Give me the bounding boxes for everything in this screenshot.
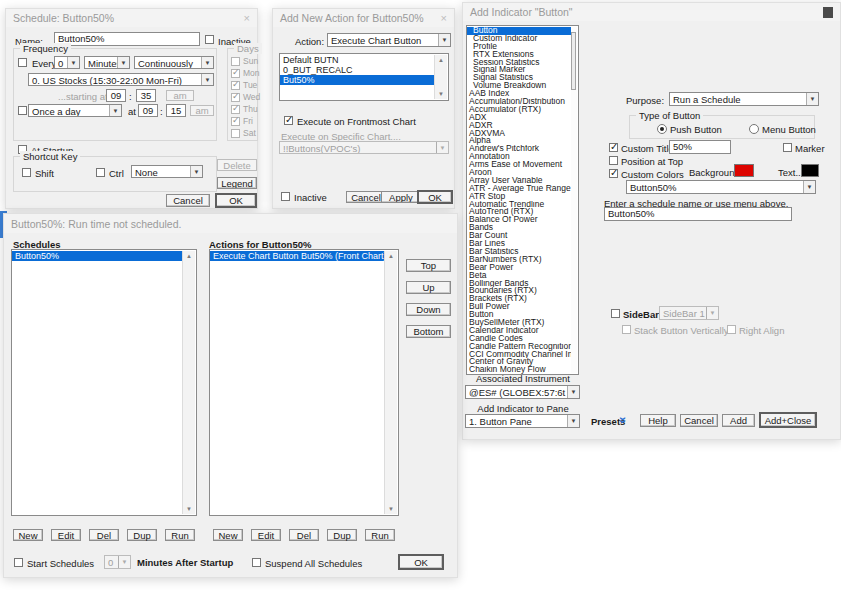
add-indicator-dialog-titlebar[interactable]: Add Indicator "Button" xyxy=(463,3,840,21)
once-minute-field[interactable]: 15 xyxy=(166,104,186,117)
indicator-item[interactable]: Andrew's Pitchfork xyxy=(467,145,571,153)
sidebar-dropdown[interactable]: SideBar 1▼ xyxy=(659,306,719,320)
indicator-item[interactable]: Beta xyxy=(467,272,571,280)
indicator-item[interactable]: Automatic Trendline xyxy=(467,201,571,209)
name-input[interactable]: Button50% xyxy=(54,32,200,46)
top-button[interactable]: Top xyxy=(406,259,451,272)
start-ampm-button[interactable]: am xyxy=(166,90,194,101)
indicator-item[interactable]: Arms Ease of Movement xyxy=(467,161,571,169)
schedules-edit-button[interactable]: Edit xyxy=(51,529,81,541)
once-hour-field[interactable]: 09 xyxy=(138,104,158,117)
custom-title-checkbox[interactable] xyxy=(609,143,618,152)
once-ampm-button[interactable]: am xyxy=(190,105,214,116)
presets-chevron-icon[interactable]: » xyxy=(617,417,629,424)
suspend-all-checkbox[interactable] xyxy=(252,558,261,567)
scrollbar[interactable]: ▲ ▼ xyxy=(182,251,195,514)
legend-button[interactable]: Legend xyxy=(217,177,257,189)
ctrl-checkbox[interactable] xyxy=(96,168,105,177)
indicator-item[interactable]: Custom Indicator xyxy=(467,35,571,43)
indicator-item[interactable]: AutoTrend (RTX) xyxy=(467,208,571,216)
schedules-run-button[interactable]: Run xyxy=(165,529,195,541)
associated-instrument-dropdown[interactable]: @ES# (GLOBEX:57:6t r:Can)▼ xyxy=(465,385,580,399)
once-a-day-dropdown[interactable]: Once a day▼ xyxy=(28,104,122,117)
add-action-dialog-titlebar[interactable]: Add New Action for Button50% × xyxy=(273,9,454,27)
scrollbar[interactable]: ▲ ▼ xyxy=(384,251,397,514)
indicator-item[interactable]: Array User Variable xyxy=(467,177,571,185)
schedule-name-input[interactable]: Button50% xyxy=(604,207,792,221)
background-color-swatch[interactable] xyxy=(734,164,754,177)
scroll-down-icon[interactable]: ▼ xyxy=(438,91,444,97)
indicator-item[interactable]: BuySellMeter (RTX) xyxy=(467,319,571,327)
help-button[interactable]: Help xyxy=(640,414,676,427)
close-icon[interactable]: × xyxy=(244,13,250,24)
indicator-item[interactable]: Boundaries (RTX) xyxy=(467,287,571,295)
indicator-item[interactable]: Profile xyxy=(467,43,571,51)
scrollbar[interactable]: ▲ ▼ xyxy=(434,55,447,99)
chart-button-item[interactable]: But50% xyxy=(280,75,434,85)
indicator-item[interactable]: Session Statistics xyxy=(467,59,571,67)
add-to-pane-dropdown[interactable]: 1. Button Pane▼ xyxy=(465,414,580,428)
indicator-item[interactable]: Bar Statistics xyxy=(467,248,571,256)
add-button[interactable]: Add xyxy=(722,414,755,427)
scrollbar-thumb[interactable] xyxy=(571,32,576,90)
indicator-item[interactable]: Volume Breakdown xyxy=(467,82,571,90)
indicator-item[interactable]: Bands xyxy=(467,224,571,232)
up-button[interactable]: Up xyxy=(406,281,451,294)
schedule-item[interactable]: Button50% xyxy=(12,251,182,261)
menu-button-radio[interactable] xyxy=(749,124,759,134)
minutes-dropdown[interactable]: 0▼ xyxy=(104,555,131,569)
schedules-window-titlebar[interactable]: Button50%: Run time not scheduled. xyxy=(4,214,457,233)
every-mode-dropdown[interactable]: Continuously▼ xyxy=(134,56,214,69)
close-icon[interactable]: × xyxy=(441,13,447,24)
indicator-item[interactable]: Aroon xyxy=(467,169,571,177)
custom-title-input[interactable]: 50% xyxy=(669,140,731,154)
frontmost-chart-checkbox[interactable] xyxy=(284,116,293,125)
actions-new-button[interactable]: New xyxy=(213,529,243,541)
cancel-button[interactable]: Cancel xyxy=(680,414,718,427)
ok-button[interactable]: OK xyxy=(216,194,256,207)
delete-button[interactable]: Delete xyxy=(217,159,257,171)
actions-del-button[interactable]: Del xyxy=(289,529,319,541)
ok-button[interactable]: OK xyxy=(399,555,443,569)
indicator-item[interactable]: ADXR xyxy=(467,122,571,130)
indicator-item[interactable]: Balance Of Power xyxy=(467,216,571,224)
scroll-down-icon[interactable]: ▼ xyxy=(388,506,394,512)
indicator-item[interactable]: Candle Codes xyxy=(467,335,571,343)
cancel-button[interactable]: Cancel xyxy=(346,191,386,203)
action-item[interactable]: Execute Chart Button But50% (Front Chart… xyxy=(210,251,384,261)
inactive-checkbox[interactable] xyxy=(205,35,214,44)
shift-checkbox[interactable] xyxy=(22,168,31,177)
actions-dup-button[interactable]: Dup xyxy=(327,529,357,541)
sidebar-checkbox[interactable] xyxy=(611,309,620,318)
indicator-item[interactable]: Button xyxy=(467,27,571,35)
every-checkbox[interactable] xyxy=(18,58,27,67)
custom-colors-checkbox[interactable] xyxy=(609,169,618,178)
close-icon[interactable] xyxy=(823,7,833,18)
scroll-up-icon[interactable]: ▲ xyxy=(438,57,444,63)
specific-chart-dropdown[interactable]: !!Buttons(VPOC's)▼ xyxy=(279,141,449,154)
actions-run-button[interactable]: Run xyxy=(365,529,395,541)
bottom-button[interactable]: Bottom xyxy=(406,325,451,338)
chart-button-item[interactable]: Default BUTN xyxy=(280,55,434,65)
start-hour-field[interactable]: 09 xyxy=(106,89,126,102)
apply-button[interactable]: Apply xyxy=(381,191,421,203)
schedule-dialog-titlebar[interactable]: Schedule: Button50% × xyxy=(6,9,257,27)
schedules-dup-button[interactable]: Dup xyxy=(127,529,157,541)
down-button[interactable]: Down xyxy=(406,303,451,316)
position-at-top-checkbox[interactable] xyxy=(609,156,618,165)
once-a-day-checkbox[interactable] xyxy=(18,106,27,115)
indicator-item[interactable]: Bollinger Bands xyxy=(467,280,571,288)
text-color-swatch[interactable] xyxy=(801,164,819,177)
schedules-del-button[interactable]: Del xyxy=(89,529,119,541)
indicator-item[interactable]: AAB Index xyxy=(467,90,571,98)
chart-button-item[interactable]: 0_BUT_RECALC xyxy=(280,65,434,75)
indicator-item[interactable]: Bull Power xyxy=(467,303,571,311)
indicator-item[interactable]: Center of Gravity xyxy=(467,358,571,366)
indicator-item[interactable]: Annotation xyxy=(467,153,571,161)
indicator-item[interactable]: Accumulator (RTX) xyxy=(467,106,571,114)
scrollbar[interactable] xyxy=(571,27,577,373)
start-schedules-checkbox[interactable] xyxy=(14,558,23,567)
inactive-checkbox[interactable] xyxy=(281,192,290,201)
every-unit-dropdown[interactable]: Minutes▼ xyxy=(84,56,130,69)
shortcut-key-dropdown[interactable]: None▼ xyxy=(131,165,203,178)
